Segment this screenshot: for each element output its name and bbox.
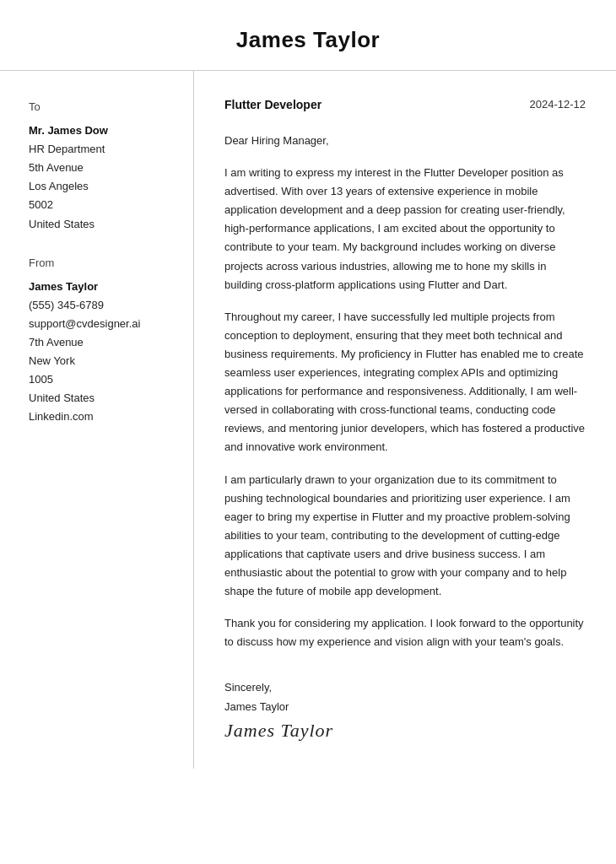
- paragraph-4: Thank you for considering my application…: [224, 614, 586, 651]
- content: To Mr. James Dow HR Department 5th Avenu…: [0, 71, 616, 769]
- header-name: James Taylor: [34, 27, 582, 53]
- sender-email: support@cvdesigner.ai: [29, 315, 176, 333]
- sender-city: New York: [29, 352, 176, 370]
- salutation: Dear Hiring Manager,: [224, 132, 586, 150]
- sender-country: United States: [29, 389, 176, 408]
- letter-header: Flutter Developer 2024-12-12: [224, 98, 586, 111]
- closing-text: Sincerely,: [224, 678, 586, 697]
- header: James Taylor: [0, 0, 616, 71]
- recipient-name: Mr. James Dow: [29, 122, 176, 140]
- sender-linkedin: Linkedin.com: [29, 408, 176, 426]
- recipient-zip: 5002: [29, 196, 176, 214]
- sender-street: 7th Avenue: [29, 333, 176, 352]
- from-label: From: [29, 254, 176, 273]
- paragraph-3: I am particularly drawn to your organiza…: [224, 471, 586, 602]
- signature: James Taylor: [224, 720, 586, 742]
- paragraph-2: Throughout my career, I have successfull…: [224, 308, 586, 457]
- page: James Taylor To Mr. James Dow HR Departm…: [0, 0, 616, 864]
- letter-position: Flutter Developer: [224, 98, 322, 111]
- recipient-street: 5th Avenue: [29, 159, 176, 177]
- paragraph-1: I am writing to express my interest in t…: [224, 164, 586, 294]
- sender-name: James Taylor: [29, 278, 176, 296]
- closing-section: Sincerely, James Taylor James Taylor: [224, 678, 586, 742]
- letter-body: Dear Hiring Manager, I am writing to exp…: [224, 132, 586, 651]
- recipient-department: HR Department: [29, 140, 176, 159]
- to-section: To Mr. James Dow HR Department 5th Avenu…: [29, 98, 176, 234]
- sender-phone: (555) 345-6789: [29, 296, 176, 315]
- closing-name: James Taylor: [224, 700, 586, 713]
- letter-date: 2024-12-12: [530, 98, 586, 111]
- recipient-country: United States: [29, 215, 176, 234]
- sender-zip: 1005: [29, 370, 176, 389]
- sidebar: To Mr. James Dow HR Department 5th Avenu…: [0, 71, 194, 769]
- main-letter: Flutter Developer 2024-12-12 Dear Hiring…: [194, 71, 616, 769]
- from-section: From James Taylor (555) 345-6789 support…: [29, 254, 176, 427]
- to-label: To: [29, 98, 176, 116]
- recipient-city: Los Angeles: [29, 177, 176, 196]
